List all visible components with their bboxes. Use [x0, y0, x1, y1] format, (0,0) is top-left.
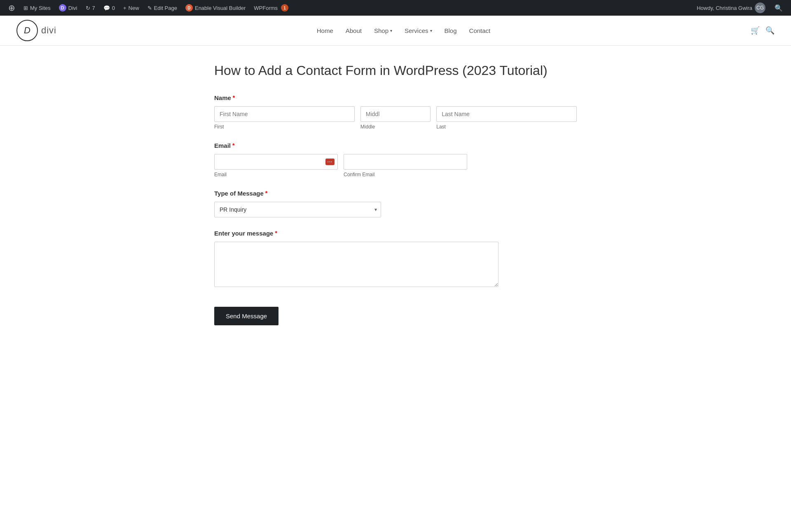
nav-contact-label: Contact	[469, 27, 491, 34]
nav-about-label: About	[346, 27, 362, 34]
site-logo[interactable]: D divi	[16, 20, 56, 41]
updates-count: 7	[92, 5, 95, 11]
email-input[interactable]	[214, 154, 338, 170]
name-required-star: *	[233, 94, 235, 101]
avatar: CG	[755, 2, 765, 13]
type-section: Type of Message * PR Inquiry General Inq…	[214, 190, 577, 217]
site-nav: Home About Shop ▾ Services ▾ Blog Contac…	[317, 25, 491, 37]
divi-icon: D	[59, 4, 66, 12]
middle-name-input[interactable]	[360, 106, 431, 122]
last-name-wrap: Last	[436, 106, 577, 130]
admin-wpforms[interactable]: WPForms 1	[250, 0, 293, 16]
logo-letter: D	[24, 25, 30, 36]
email-wrap: ··· Email	[214, 154, 338, 177]
nav-about[interactable]: About	[346, 25, 362, 37]
admin-divi[interactable]: D Divi	[55, 0, 82, 16]
message-required-star: *	[275, 230, 277, 236]
admin-my-sites[interactable]: ⊞ My Sites	[19, 0, 55, 16]
nav-shop-label: Shop	[374, 27, 388, 34]
admin-new[interactable]: + New	[119, 0, 143, 16]
nav-contact[interactable]: Contact	[469, 25, 491, 37]
howdy-text: Howdy, Christina Gwira	[697, 5, 752, 11]
edit-icon: ✎	[147, 5, 152, 11]
nav-home-label: Home	[317, 27, 333, 34]
contact-form: Name * First Middle Last	[214, 94, 577, 325]
message-textarea[interactable]	[214, 242, 498, 287]
type-required-star: *	[265, 190, 267, 196]
edit-page-label: Edit Page	[154, 5, 177, 11]
enable-vb-label: Enable Visual Builder	[195, 5, 246, 11]
send-message-button[interactable]: Send Message	[214, 307, 278, 325]
admin-updates[interactable]: ↻ 7	[82, 0, 99, 16]
admin-edit-page[interactable]: ✎ Edit Page	[143, 0, 181, 16]
logo-circle-icon: D	[16, 20, 38, 41]
admin-enable-vb[interactable]: D Enable Visual Builder	[181, 0, 250, 16]
wpforms-label: WPForms	[254, 5, 278, 11]
email-label: Email *	[214, 142, 577, 149]
confirm-email-input[interactable]	[344, 154, 467, 170]
admin-search-icon[interactable]: 🔍	[770, 4, 787, 12]
confirm-email-wrap: Confirm Email	[344, 154, 467, 177]
email-section: Email * ··· Email Confirm Email	[214, 142, 577, 177]
wordpress-icon: ⊕	[8, 3, 15, 13]
type-label: Type of Message *	[214, 190, 577, 197]
updates-icon: ↻	[86, 5, 90, 11]
email-required-star: *	[232, 142, 234, 149]
last-sublabel: Last	[436, 124, 577, 130]
name-fields: First Middle Last	[214, 106, 577, 130]
last-name-input[interactable]	[436, 106, 577, 122]
howdy-section[interactable]: Howdy, Christina Gwira CG	[697, 2, 765, 13]
message-section: Enter your message *	[214, 230, 577, 289]
first-name-input[interactable]	[214, 106, 355, 122]
site-header: D divi Home About Shop ▾ Services ▾ Blog…	[0, 16, 791, 46]
middle-name-wrap: Middle	[360, 106, 431, 130]
confirm-email-sublabel: Confirm Email	[344, 172, 467, 177]
nav-icons: 🛒 🔍	[751, 26, 775, 35]
logo-text: divi	[41, 25, 56, 36]
nav-home[interactable]: Home	[317, 25, 333, 37]
admin-wp-logo[interactable]: ⊕	[4, 0, 19, 16]
email-sublabel: Email	[214, 172, 338, 177]
nav-blog-label: Blog	[445, 27, 457, 34]
email-fields: ··· Email Confirm Email	[214, 154, 577, 177]
admin-comments[interactable]: 💬 0	[99, 0, 119, 16]
message-label: Enter your message *	[214, 230, 577, 237]
main-content: How to Add a Contact Form in WordPress (…	[198, 62, 593, 350]
email-input-wrapper: ···	[214, 154, 338, 170]
services-chevron-icon: ▾	[430, 28, 432, 33]
cart-icon[interactable]: 🛒	[751, 26, 760, 35]
nav-services[interactable]: Services ▾	[405, 25, 432, 37]
comments-icon: 💬	[103, 5, 110, 11]
vb-icon: D	[185, 4, 193, 12]
type-select-wrapper: PR Inquiry General Inquiry Support Partn…	[214, 202, 381, 217]
wpforms-badge: 1	[281, 4, 288, 12]
first-sublabel: First	[214, 124, 355, 130]
nav-blog[interactable]: Blog	[445, 25, 457, 37]
admin-bar: ⊕ ⊞ My Sites D Divi ↻ 7 💬 0 + New ✎ Edit…	[0, 0, 791, 16]
page-title: How to Add a Contact Form in WordPress (…	[214, 62, 577, 79]
name-label: Name *	[214, 94, 577, 101]
nav-services-label: Services	[405, 27, 428, 34]
name-section: Name * First Middle Last	[214, 94, 577, 130]
plus-icon: +	[123, 5, 126, 11]
new-label: New	[129, 5, 139, 11]
divi-label: Divi	[68, 5, 77, 11]
shop-chevron-icon: ▾	[390, 28, 392, 33]
middle-sublabel: Middle	[360, 124, 431, 130]
type-select[interactable]: PR Inquiry General Inquiry Support Partn…	[214, 202, 381, 217]
nav-shop[interactable]: Shop ▾	[374, 25, 392, 37]
first-name-wrap: First	[214, 106, 355, 130]
header-search-icon[interactable]: 🔍	[765, 26, 775, 35]
comments-count: 0	[112, 5, 115, 11]
email-dots-badge: ···	[325, 159, 335, 165]
sites-icon: ⊞	[23, 5, 28, 11]
my-sites-label: My Sites	[30, 5, 51, 11]
